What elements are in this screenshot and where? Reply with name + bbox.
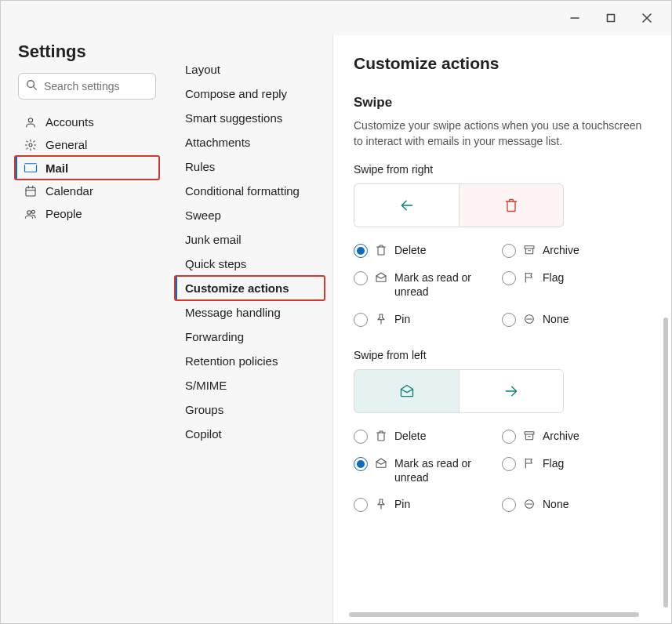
- subnav-item-groups[interactable]: Groups: [175, 397, 325, 422]
- swipe-left-option-none[interactable]: None: [502, 497, 644, 512]
- sidebar-item-label: Calendar: [45, 184, 93, 198]
- horizontal-scrollbar[interactable]: [349, 612, 639, 617]
- option-label: Delete: [394, 243, 496, 257]
- subnav-item-label: Groups: [185, 403, 223, 416]
- subnav-item-compose-and-reply[interactable]: Compose and reply: [175, 82, 325, 106]
- swipe-left-option-delete[interactable]: Delete: [354, 429, 496, 444]
- person-icon: [24, 116, 38, 129]
- option-label: Archive: [543, 429, 644, 443]
- subnav-item-customize-actions[interactable]: Customize actions: [175, 276, 325, 300]
- option-label: Archive: [543, 243, 644, 257]
- svg-point-12: [27, 210, 31, 214]
- subnav-item-rules[interactable]: Rules: [175, 154, 325, 179]
- subnav-item-label: Compose and reply: [185, 87, 287, 100]
- swipe-right-option-delete[interactable]: Delete: [354, 243, 496, 258]
- subnav-item-message-handling[interactable]: Message handling: [175, 300, 325, 325]
- envelope-open-icon: [374, 457, 388, 470]
- radio-button[interactable]: [354, 271, 368, 285]
- sidebar-item-label: Accounts: [45, 115, 94, 129]
- swipe-right-option-none[interactable]: None: [502, 312, 644, 327]
- subnav-item-label: Sweep: [185, 209, 221, 222]
- option-label: Mark as read or unread: [394, 456, 496, 484]
- radio-button[interactable]: [502, 457, 516, 471]
- svg-rect-22: [525, 431, 534, 434]
- radio-button[interactable]: [354, 313, 368, 327]
- swipe-left-preview: [354, 369, 651, 413]
- swipe-left-label: Swipe from left: [354, 349, 651, 361]
- svg-line-5: [34, 87, 37, 90]
- swipe-left-option-flag[interactable]: Flag: [502, 456, 644, 484]
- swipe-right-option-pin[interactable]: Pin: [354, 312, 496, 327]
- sidebar-item-mail[interactable]: Mail: [15, 156, 159, 180]
- swipe-right-option-archive[interactable]: Archive: [502, 243, 644, 258]
- sidebar-item-label: People: [45, 207, 82, 220]
- radio-button[interactable]: [354, 244, 368, 258]
- subnav-item-label: S/MIME: [185, 379, 227, 392]
- subnav-item-smart-suggestions[interactable]: Smart suggestions: [175, 106, 325, 130]
- radio-button[interactable]: [502, 244, 516, 258]
- swipe-right-option-flag[interactable]: Flag: [502, 270, 644, 299]
- radio-button[interactable]: [502, 430, 516, 444]
- radio-button[interactable]: [502, 271, 516, 285]
- swipe-left-option-read[interactable]: Mark as read or unread: [354, 456, 496, 484]
- option-label: Flag: [543, 456, 644, 470]
- subnav-item-copilot[interactable]: Copilot: [175, 422, 325, 446]
- subnav-item-label: Rules: [185, 160, 215, 173]
- subnav-item-label: Conditional formatting: [185, 184, 300, 198]
- subnav-item-sweep[interactable]: Sweep: [175, 203, 325, 227]
- pin-icon: [374, 313, 388, 325]
- svg-point-6: [28, 118, 32, 122]
- option-label: Flag: [543, 270, 644, 285]
- subnav-item-layout[interactable]: Layout: [175, 57, 325, 82]
- subnav-item-attachments[interactable]: Attachments: [175, 130, 325, 154]
- subnav-item-forwarding[interactable]: Forwarding: [175, 325, 325, 349]
- svg-rect-1: [608, 15, 615, 22]
- subnav-item-quick-steps[interactable]: Quick steps: [175, 252, 325, 276]
- swipe-left-option-archive[interactable]: Archive: [502, 429, 644, 444]
- minimize-button[interactable]: [557, 5, 593, 31]
- option-label: Pin: [394, 312, 496, 326]
- radio-button[interactable]: [354, 498, 368, 512]
- close-button[interactable]: [629, 5, 665, 31]
- swipe-left-preview-arrow: [459, 369, 564, 413]
- people-icon: [24, 208, 38, 220]
- subnav-item-retention-policies[interactable]: Retention policies: [175, 349, 325, 373]
- trash-icon: [374, 244, 388, 256]
- radio-button[interactable]: [354, 430, 368, 444]
- option-label: None: [543, 312, 644, 326]
- sidebar-item-calendar[interactable]: Calendar: [15, 180, 159, 202]
- sidebar-item-general[interactable]: General: [15, 133, 159, 156]
- subnav-item-junk-email[interactable]: Junk email: [175, 227, 325, 252]
- flag-icon: [522, 271, 536, 284]
- svg-point-13: [31, 210, 35, 213]
- option-label: Delete: [394, 429, 496, 443]
- subnav-item-label: Copilot: [185, 427, 222, 441]
- subnav-item-s-mime[interactable]: S/MIME: [175, 373, 325, 397]
- subnav-item-label: Quick steps: [185, 257, 246, 270]
- option-label: Pin: [394, 497, 496, 511]
- subnav-item-conditional-formatting[interactable]: Conditional formatting: [175, 179, 325, 203]
- sidebar-item-people[interactable]: People: [15, 202, 159, 225]
- sidebar-item-label: General: [45, 138, 87, 151]
- maximize-button[interactable]: [593, 5, 629, 31]
- flag-icon: [522, 457, 536, 470]
- vertical-scrollbar[interactable]: [663, 317, 668, 608]
- subnav-item-label: Customize actions: [185, 281, 289, 295]
- settings-sidebar: Settings AccountsGeneralMailCalendarPeop…: [1, 35, 167, 623]
- page-title: Customize actions: [354, 54, 651, 73]
- swipe-section-title: Swipe: [354, 95, 651, 111]
- search-input[interactable]: [18, 73, 156, 100]
- svg-point-7: [29, 143, 32, 147]
- swipe-right-option-read[interactable]: Mark as read or unread: [354, 270, 496, 299]
- swipe-left-preview-action: [354, 369, 459, 413]
- radio-button[interactable]: [502, 313, 516, 327]
- search-container: [18, 73, 156, 100]
- radio-button[interactable]: [502, 498, 516, 512]
- gear-icon: [24, 139, 38, 151]
- subnav-item-label: Attachments: [185, 136, 250, 149]
- calendar-icon: [24, 185, 38, 198]
- radio-button[interactable]: [354, 457, 368, 471]
- swipe-left-option-pin[interactable]: Pin: [354, 497, 496, 512]
- sidebar-item-accounts[interactable]: Accounts: [15, 111, 159, 133]
- sidebar-item-label: Mail: [45, 161, 68, 175]
